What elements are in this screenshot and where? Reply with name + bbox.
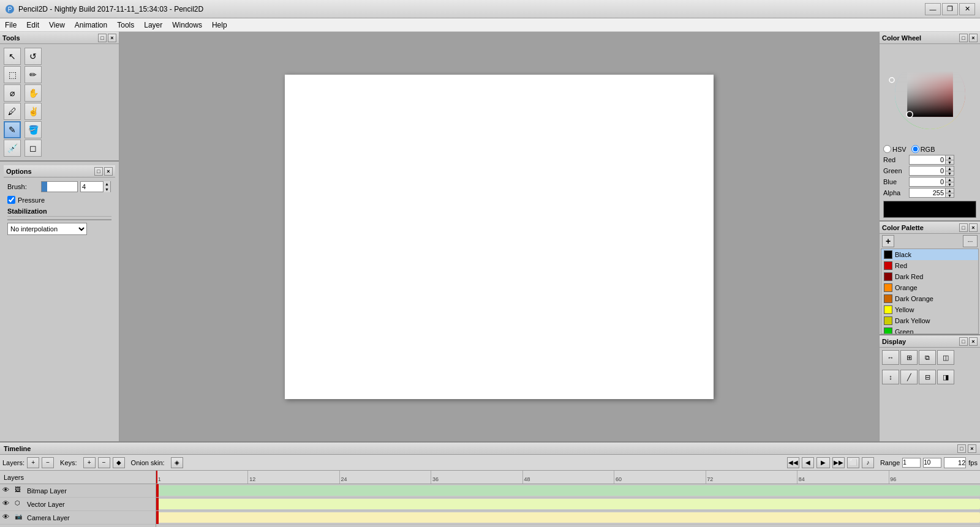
line-btn[interactable]: ╱ <box>900 370 918 384</box>
overlay-btn[interactable]: ⧉ <box>919 350 936 365</box>
layer-row-0[interactable]: 👁 🖼 Bitmap Layer <box>0 484 156 498</box>
palette-add-btn[interactable]: + <box>882 235 894 247</box>
display-panel-float-btn[interactable]: □ <box>959 337 968 346</box>
hand-tool[interactable]: ✌ <box>24 103 42 120</box>
green-increment[interactable]: ▲ <box>946 166 954 171</box>
palette-menu-btn[interactable]: ··· <box>963 235 978 247</box>
red-increment[interactable]: ▲ <box>946 155 954 160</box>
tools-panel-float-btn[interactable]: □ <box>98 34 107 42</box>
layer-eye-0[interactable]: 👁 <box>2 486 12 496</box>
color-palette-close-btn[interactable]: × <box>969 223 978 232</box>
palette-item-1[interactable]: Red <box>881 260 978 271</box>
menu-item-layer[interactable]: Layer <box>139 18 167 31</box>
hsv-radio-label[interactable]: HSV <box>883 145 907 153</box>
menu-item-edit[interactable]: Edit <box>21 18 44 31</box>
playhead[interactable] <box>156 471 157 484</box>
menu-item-view[interactable]: View <box>44 18 70 31</box>
interpolation-select[interactable]: No interpolation Linear Cubic S-Curve <box>7 223 87 235</box>
flip-h-btn[interactable]: ↔ <box>882 350 899 365</box>
canvas-area[interactable] <box>119 32 879 441</box>
smear-tool[interactable]: ✋ <box>24 84 42 102</box>
play-btn[interactable]: ▶ <box>816 457 830 468</box>
red-input[interactable] <box>909 155 946 165</box>
minimize-button[interactable]: — <box>925 3 941 15</box>
layer-eye-2[interactable]: 👁 <box>2 513 12 523</box>
brush-value-input[interactable] <box>81 183 103 190</box>
color-wheel-float-btn[interactable]: □ <box>959 34 968 42</box>
menu-item-windows[interactable]: Windows <box>167 18 207 31</box>
color-palette-float-btn[interactable]: □ <box>959 223 968 232</box>
polyline-tool[interactable]: ✏ <box>24 66 42 83</box>
hsv-radio[interactable] <box>883 145 891 153</box>
color-wheel-close-btn[interactable]: × <box>969 34 978 42</box>
timeline-float-btn[interactable]: □ <box>957 444 966 453</box>
options-panel-float-btn[interactable]: □ <box>94 167 103 176</box>
pointer-tool[interactable]: ↖ <box>4 48 21 65</box>
menu-item-animation[interactable]: Animation <box>70 18 112 31</box>
blue-decrement[interactable]: ▼ <box>946 182 954 187</box>
lasso-tool[interactable]: ⌀ <box>4 84 21 102</box>
select-tool[interactable]: ⬚ <box>4 66 21 83</box>
pencil-tool[interactable]: ✎ <box>4 121 21 138</box>
brush-slider[interactable] <box>41 181 78 192</box>
flip-v-btn[interactable]: ↕ <box>882 370 899 384</box>
close-button[interactable]: ✕ <box>959 3 975 15</box>
blue-input[interactable] <box>909 177 946 187</box>
rotate-tool[interactable]: ↺ <box>24 48 42 65</box>
sound-btn[interactable]: ♪ <box>862 457 874 468</box>
layers-add-btn[interactable]: + <box>27 457 39 468</box>
alpha-increment[interactable]: ▲ <box>946 189 954 193</box>
keys-key-btn[interactable]: ◆ <box>113 457 125 468</box>
drawing-canvas[interactable] <box>285 75 714 399</box>
options-panel-close-btn[interactable]: × <box>104 167 113 176</box>
palette-item-3[interactable]: Orange <box>881 282 978 293</box>
next-btn[interactable]: ▶▶ <box>832 457 845 468</box>
tint-btn[interactable]: ◨ <box>937 370 954 384</box>
keys-remove-btn[interactable]: − <box>98 457 110 468</box>
range-start-input[interactable] <box>902 458 921 468</box>
layer-eye-1[interactable]: 👁 <box>2 499 12 509</box>
palette-item-4[interactable]: Dark Orange <box>881 293 978 304</box>
keys-add-btn[interactable]: + <box>83 457 96 468</box>
palette-item-6[interactable]: Dark Yellow <box>881 315 978 326</box>
range-end-input[interactable] <box>923 458 941 468</box>
menu-item-file[interactable]: File <box>0 18 21 31</box>
palette-item-7[interactable]: Green <box>881 326 978 334</box>
onion-btn[interactable]: ◈ <box>171 457 183 468</box>
eraser-tool[interactable]: ◻ <box>24 140 42 157</box>
palette-item-5[interactable]: Yellow <box>881 304 978 315</box>
eyedropper-tool[interactable]: 💉 <box>4 140 21 157</box>
color-wheel-canvas[interactable] <box>883 47 978 141</box>
onion-btn[interactable]: ◫ <box>937 350 954 365</box>
brush-increment-btn[interactable]: ▲ <box>103 181 110 187</box>
menu-item-tools[interactable]: Tools <box>112 18 139 31</box>
pen-tool[interactable]: 🖊 <box>4 103 21 120</box>
play-back-btn[interactable]: ◀ <box>802 457 814 468</box>
palette-item-2[interactable]: Dark Red <box>881 271 978 282</box>
green-input[interactable] <box>909 166 946 176</box>
brush-decrement-btn[interactable]: ▼ <box>103 187 110 192</box>
rgb-radio[interactable] <box>911 145 919 153</box>
red-decrement[interactable]: ▼ <box>946 160 954 165</box>
palette-item-0[interactable]: Black <box>881 249 978 260</box>
prev-btn[interactable]: ◀◀ <box>787 457 799 468</box>
loop-btn[interactable]: ⬜ <box>847 457 859 468</box>
overlay2-btn[interactable]: ⊟ <box>919 370 936 384</box>
alpha-input[interactable] <box>909 188 946 198</box>
rgb-radio-label[interactable]: RGB <box>911 145 935 153</box>
timeline-close-btn[interactable]: × <box>968 444 976 453</box>
window-controls[interactable]: — ❐ ✕ <box>925 3 975 15</box>
fps-input[interactable] <box>944 457 966 468</box>
layers-remove-btn[interactable]: − <box>42 457 54 468</box>
alpha-decrement[interactable]: ▼ <box>946 193 954 198</box>
blue-increment[interactable]: ▲ <box>946 178 954 182</box>
tools-panel-close-btn[interactable]: × <box>108 34 116 42</box>
layer-row-1[interactable]: 👁 ⬡ Vector Layer <box>0 498 156 511</box>
menu-item-help[interactable]: Help <box>207 18 232 31</box>
layer-row-2[interactable]: 👁 📷 Camera Layer <box>0 511 156 525</box>
display-panel-close-btn[interactable]: × <box>969 337 978 346</box>
green-decrement[interactable]: ▼ <box>946 171 954 176</box>
maximize-button[interactable]: ❐ <box>942 3 958 15</box>
bucket-tool[interactable]: 🪣 <box>24 121 42 138</box>
pressure-checkbox[interactable] <box>7 196 15 204</box>
